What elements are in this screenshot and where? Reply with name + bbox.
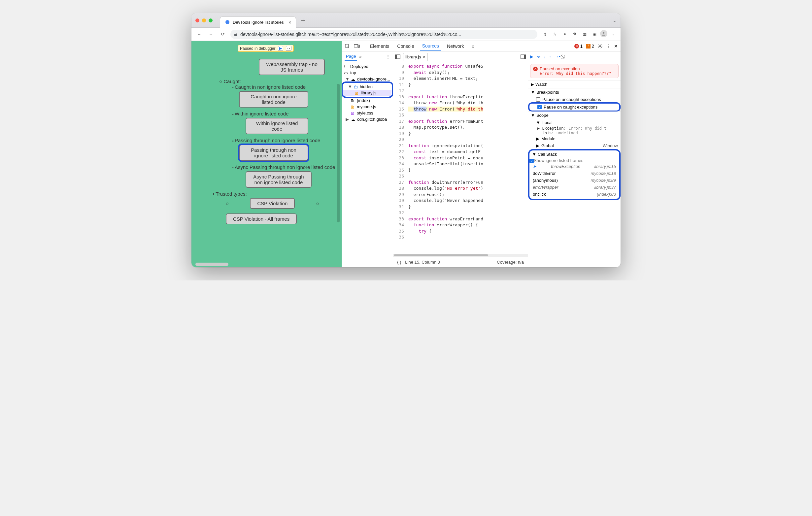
navigator-tab-page[interactable]: Page	[345, 52, 357, 61]
chevron-down-icon: ▼	[531, 90, 535, 95]
reload-button[interactable]: ⟳	[219, 30, 227, 39]
chevron-down-icon: ▼	[531, 113, 535, 118]
step-over-icon[interactable]: ⤼	[286, 46, 291, 51]
tab-title: DevTools ignore list stories	[233, 20, 284, 25]
callstack-frame[interactable]: doWithErrormycode.js:18	[529, 170, 619, 177]
callstack-frame[interactable]: throwExceptionlibrary.js:15	[529, 163, 619, 170]
tab-close-button[interactable]: ×	[289, 20, 291, 25]
maximize-window-button[interactable]	[209, 19, 212, 23]
share-icon[interactable]: ⇪	[541, 30, 549, 39]
callstack-header[interactable]: ▼Call Stack	[529, 150, 619, 158]
code-area[interactable]: export async function unsafeS await dela…	[406, 62, 528, 254]
minimize-window-button[interactable]	[202, 19, 206, 23]
resume-icon[interactable]: ▶	[278, 46, 283, 51]
toggle-debugger-icon[interactable]	[521, 55, 526, 59]
tree-folder-hidden[interactable]: ▼🗀hidden	[343, 84, 392, 90]
tab-more[interactable]: »	[470, 41, 476, 51]
paused-label: Paused in debugger	[240, 46, 275, 51]
within-ignore-button[interactable]: Within ignore listed code	[245, 118, 308, 134]
navigator: Page » ⋮ ⟟Deployed ▭top ▼☁devtools-ignor…	[342, 52, 393, 267]
callstack-frame[interactable]: onclick(index):83	[529, 191, 619, 198]
forward-button[interactable]: →	[207, 30, 215, 39]
tree-deployed[interactable]: ⟟Deployed	[343, 63, 392, 70]
devtools-toolbar: Elements Console Sources Network » ✕ 1 !…	[342, 41, 620, 52]
bookmark-icon[interactable]: ☆	[551, 30, 559, 39]
wasm-trap-button[interactable]: WebAssembly trap - no JS frames	[259, 59, 325, 75]
back-button[interactable]: ←	[195, 30, 203, 39]
new-tab-button[interactable]: +	[301, 16, 305, 25]
tab-overflow-button[interactable]: ⌄	[613, 18, 617, 23]
resume-button[interactable]: ▶	[530, 54, 533, 59]
step-button[interactable]: →•	[554, 54, 560, 59]
devtools-menu-icon[interactable]: ⋮	[606, 43, 611, 49]
show-ignored-checkbox[interactable]: ✓Show ignore-listed frames	[529, 158, 619, 163]
debugger-pane: ▶ ⤼ ↓ ↑ →• ⃠ ✕ Paused on exception Error…	[528, 52, 620, 267]
page-scrollbar[interactable]	[337, 84, 340, 222]
warning-count[interactable]: ! 2	[586, 43, 594, 49]
svg-rect-3	[354, 44, 358, 47]
tree-file-style[interactable]: 🗎style.css	[343, 110, 392, 116]
csp-violation-all-button[interactable]: CSP Violation - All frames	[226, 213, 297, 224]
labs-icon[interactable]: ⚗	[570, 30, 579, 39]
settings-icon[interactable]	[598, 43, 603, 49]
close-icon[interactable]: ×	[423, 55, 426, 59]
app-icon[interactable]: ▣	[590, 30, 599, 39]
callstack-frame[interactable]: (anonymous)mycode.js:89	[529, 177, 619, 184]
paused-in-debugger-pill: Paused in debugger ▶ ⤼	[238, 45, 294, 52]
pause-caught-checkbox[interactable]: ✓Pause on caught exceptions	[529, 103, 619, 111]
error-count[interactable]: ✕ 1	[574, 43, 583, 49]
tree-file-mycode[interactable]: 🗎mycode.js	[343, 103, 392, 110]
navigator-tabs: Page » ⋮	[342, 52, 393, 62]
editor-horizontal-scrollbar[interactable]	[393, 254, 528, 257]
navigator-tab-more[interactable]: »	[359, 54, 361, 59]
editor-tab-library[interactable]: library.js ×	[403, 53, 428, 61]
device-icon[interactable]	[354, 44, 360, 49]
scope-this[interactable]: this: undefined	[528, 131, 620, 135]
menu-icon[interactable]: ⋮	[609, 30, 617, 39]
callstack-frame[interactable]: errorWrapperlibrary.js:37	[529, 184, 619, 191]
scope-local[interactable]: ▼Local	[528, 119, 620, 126]
step-over-button[interactable]: ⤼	[537, 54, 540, 59]
navigator-menu-icon[interactable]: ⋮	[386, 54, 390, 59]
tree-top[interactable]: ▭top	[343, 70, 392, 76]
devtools-close-icon[interactable]: ✕	[614, 43, 618, 49]
close-window-button[interactable]	[195, 19, 199, 23]
breakpoints-header[interactable]: ▼Breakpoints	[528, 88, 620, 96]
tree-site[interactable]: ▼☁devtools-ignore...	[343, 76, 392, 82]
step-into-button[interactable]: ↓	[544, 54, 546, 59]
tab-console[interactable]: Console	[395, 41, 416, 51]
async-passing-button[interactable]: Async Passing through non ignore listed …	[245, 171, 312, 188]
scope-global[interactable]: ▶GlobalWindow	[528, 142, 620, 149]
navigator-horizontal-scrollbar[interactable]	[195, 263, 228, 266]
address-bar[interactable]: devtools-ignore-list-stories.glitch.me/#…	[230, 30, 538, 39]
scope-header[interactable]: ▼Scope	[528, 112, 620, 119]
avatar[interactable]	[600, 30, 607, 37]
tab-elements[interactable]: Elements	[368, 41, 391, 51]
breakpoints-section: ▼Breakpoints Pause on uncaught exception…	[528, 88, 620, 111]
extensions-icon[interactable]: ✦	[560, 30, 569, 39]
devtools-icon[interactable]: ▦	[580, 30, 589, 39]
step-out-button[interactable]: ↑	[549, 54, 552, 59]
tree-cdn[interactable]: ▶☁cdn.glitch.globa	[343, 116, 392, 122]
tab-network[interactable]: Network	[445, 41, 466, 51]
passing-through-button[interactable]: Passing through non ignore listed code	[239, 145, 308, 161]
item-within-ignore: Within ignore listed code	[232, 111, 337, 117]
tree-file-index[interactable]: 🗎(index)	[343, 97, 392, 103]
caught-non-ignore-button[interactable]: Caught in non ignore listed code	[239, 91, 308, 108]
tree-file-library[interactable]: 🗎library.js	[343, 90, 392, 96]
highlighted-tree-group: ▼🗀hidden 🗎library.js	[343, 83, 392, 97]
tab-sources[interactable]: Sources	[420, 41, 441, 51]
browser-tab[interactable]: DevTools ignore list stories ×	[220, 17, 296, 28]
csp-violation-button[interactable]: CSP Violation	[250, 198, 295, 209]
editor-body[interactable]: 8910111213141516171819202122232425262728…	[393, 62, 528, 254]
cursor-position: Line 15, Column 3	[405, 260, 440, 265]
toggle-navigator-icon[interactable]	[395, 55, 400, 59]
pause-uncaught-checkbox[interactable]: Pause on uncaught exceptions	[528, 96, 620, 103]
scope-exception[interactable]: ▶ Exception: Error: Why did t	[528, 126, 620, 131]
scope-module[interactable]: ▶Module	[528, 135, 620, 142]
watch-section[interactable]: ▶Watch	[528, 80, 620, 88]
checkbox-checked-icon: ✓	[529, 159, 534, 163]
pretty-print-icon[interactable]: { }	[397, 260, 401, 265]
inspect-icon[interactable]	[345, 43, 350, 49]
debugger-controls: ▶ ⤼ ↓ ↑ →• ⃠	[528, 52, 620, 62]
